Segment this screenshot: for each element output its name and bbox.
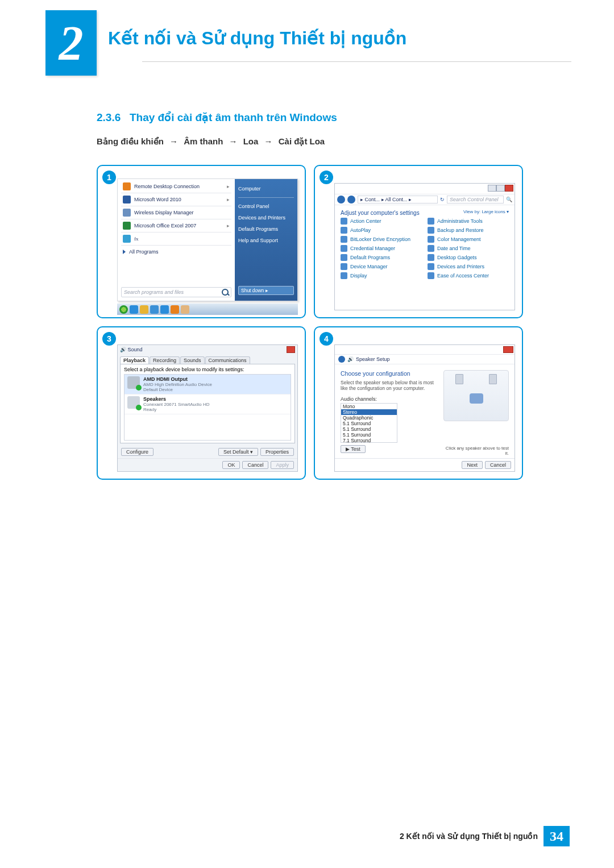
chevron-right-icon: ▸ — [227, 197, 230, 202]
speaker-left-icon[interactable] — [455, 374, 463, 384]
close-icon[interactable] — [503, 346, 513, 353]
safe-icon — [341, 245, 347, 252]
menu-item-fx[interactable]: fx — [121, 234, 231, 244]
cp-item-display[interactable]: Display — [341, 272, 422, 279]
device-list: AMD HDMI OutputAMD High Definition Audio… — [124, 374, 291, 441]
cp-item-gadgets[interactable]: Desktop Gadgets — [428, 254, 509, 261]
cp-item-datetime[interactable]: Date and Time — [428, 245, 509, 252]
item-defaults[interactable]: Default Programs — [238, 225, 294, 233]
maximize-icon[interactable] — [496, 185, 505, 192]
option-7-1[interactable]: 7.1 Surround — [341, 438, 397, 443]
cp-item-action-center[interactable]: Action Center — [341, 218, 422, 225]
speaker-right-icon[interactable] — [489, 374, 497, 384]
option-mono[interactable]: Mono — [341, 404, 397, 409]
back-icon[interactable] — [337, 196, 345, 203]
audio-channels-list[interactable]: Mono Stereo Quadraphonic 5.1 Surround 5.… — [341, 403, 397, 443]
cp-item-devices-printers[interactable]: Devices and Printers — [428, 263, 509, 270]
lock-icon — [341, 236, 347, 243]
close-icon[interactable] — [505, 185, 513, 192]
app-icon[interactable] — [181, 305, 189, 314]
tools-icon — [428, 218, 434, 225]
cp-item-autoplay[interactable]: AutoPlay — [341, 227, 422, 234]
menu-item-word[interactable]: Microsoft Word 2010▸ — [121, 194, 231, 205]
option-5-1[interactable]: 5.1 Surround — [341, 421, 397, 426]
cp-item-default-programs[interactable]: Default Programs — [341, 254, 422, 261]
chapter-title: Kết nối và Sử dụng Thiết bị nguồn — [108, 27, 406, 49]
backup-icon — [428, 227, 434, 234]
divider — [142, 61, 571, 62]
cp-item-admin-tools[interactable]: Administrative Tools — [428, 218, 509, 225]
cp-item-ease-access[interactable]: Ease of Access Center — [428, 272, 509, 279]
explorer-icon[interactable] — [140, 305, 148, 314]
arrow-icon: → — [169, 136, 178, 146]
forward-icon[interactable] — [347, 196, 355, 203]
next-button[interactable]: Next — [462, 461, 483, 469]
option-stereo[interactable]: Stereo — [341, 409, 397, 415]
apply-button[interactable]: Apply — [271, 461, 294, 469]
start-menu-left: Remote Desktop Connection▸ Microsoft Wor… — [118, 179, 235, 301]
separator — [121, 193, 231, 193]
window-title: Speaker Setup — [356, 356, 390, 362]
tab-recording[interactable]: Recording — [150, 356, 180, 364]
access-icon — [428, 272, 434, 279]
option-quadraphonic[interactable]: Quadraphonic — [341, 415, 397, 421]
ok-button[interactable]: OK — [222, 461, 240, 469]
cancel-button[interactable]: Cancel — [485, 461, 511, 469]
step-panel-1: 1 Remote Desktop Connection▸ Microsoft W… — [97, 165, 306, 318]
tab-sounds[interactable]: Sounds — [180, 356, 205, 364]
chapter-badge: 2 — [45, 10, 97, 76]
printer-icon — [428, 263, 434, 270]
cp-item-backup[interactable]: Backup and Restore — [428, 227, 509, 234]
breadcrumb: Bảng điều khiển → Âm thanh → Loa → Cài đ… — [97, 136, 325, 147]
menu-item-excel[interactable]: Microsoft Office Excel 2007▸ — [121, 221, 231, 231]
item-devices[interactable]: Devices and Printers — [238, 214, 294, 222]
menu-item-rdc[interactable]: Remote Desktop Connection▸ — [121, 181, 231, 192]
app-icon[interactable] — [160, 305, 169, 314]
set-default-button[interactable]: Set Default ▾ — [218, 448, 258, 456]
cancel-button[interactable]: Cancel — [242, 461, 268, 469]
app-icon[interactable] — [150, 305, 159, 314]
cp-item-device-manager[interactable]: Device Manager — [341, 263, 422, 270]
cp-item-color[interactable]: Color Management — [428, 236, 509, 243]
search-input[interactable]: Search Control Panel — [447, 196, 504, 203]
all-programs[interactable]: All Programs — [121, 247, 231, 257]
shutdown-button[interactable]: Shut down ▸ — [238, 286, 294, 295]
option-5-1[interactable]: 5.1 Surround — [341, 432, 397, 438]
footer-text: 2 Kết nối và Sử dụng Thiết bị nguồn — [400, 832, 538, 841]
ss-hint: Select the speaker setup below that is m… — [341, 380, 439, 392]
ie-icon[interactable] — [130, 305, 138, 314]
item-help[interactable]: Help and Support — [238, 236, 294, 244]
properties-button[interactable]: Properties — [260, 448, 294, 456]
tab-communications[interactable]: Communications — [205, 356, 250, 364]
minimize-icon[interactable] — [488, 185, 496, 192]
ss-label: Audio channels: — [341, 396, 439, 402]
cp-item-credential[interactable]: Credential Manager — [341, 245, 422, 252]
device-speakers[interactable]: SpeakersConexant 20671 SmartAudio HDRead… — [125, 394, 291, 414]
test-button[interactable]: ▶ Test — [341, 445, 366, 453]
toolbar: ▸ Cont... ▸ All Cont... ▸ ↻ Search Contr… — [335, 194, 515, 205]
close-icon[interactable] — [287, 346, 295, 353]
app-icon[interactable] — [171, 305, 179, 314]
item-computer[interactable]: Computer — [238, 185, 294, 193]
programs-icon — [341, 254, 347, 261]
step-panel-2: 2 ▸ Cont... ▸ All Cont... ▸ ↻ Search Con… — [314, 165, 523, 318]
taskbar — [117, 304, 298, 315]
tab-playback[interactable]: Playback — [120, 356, 149, 364]
search-icon — [222, 289, 229, 296]
option-5-1[interactable]: 5.1 Surround — [341, 426, 397, 432]
menu-item-wdm[interactable]: Wireless Display Manager — [121, 207, 231, 218]
separator — [121, 206, 231, 206]
window-titlebar — [335, 184, 515, 194]
start-icon[interactable] — [119, 305, 128, 314]
chevron-right-icon: ▸ — [227, 223, 230, 229]
configure-button[interactable]: Configure — [121, 448, 154, 456]
refresh-icon[interactable]: ↻ — [440, 197, 445, 202]
back-icon[interactable] — [338, 356, 345, 363]
cp-item-bitlocker[interactable]: BitLocker Drive Encryption — [341, 236, 422, 243]
device-hdmi[interactable]: AMD HDMI OutputAMD High Definition Audio… — [125, 375, 291, 394]
item-control-panel[interactable]: Control Panel — [238, 202, 294, 210]
breadcrumb-field[interactable]: ▸ Cont... ▸ All Cont... ▸ — [358, 196, 438, 203]
window-titlebar: 🔊 Sound — [118, 345, 297, 354]
search-input[interactable]: Search programs and files — [121, 287, 231, 297]
window-title: Sound — [128, 347, 287, 352]
